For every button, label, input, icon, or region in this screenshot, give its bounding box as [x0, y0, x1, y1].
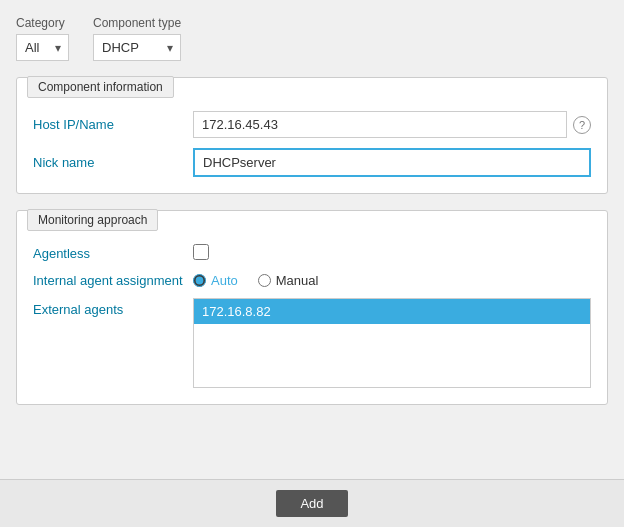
external-agents-list-group: 172.16.8.82	[193, 298, 591, 388]
nickname-label: Nick name	[33, 155, 193, 170]
category-group: Category All	[16, 16, 69, 61]
nickname-input-group	[193, 148, 591, 177]
host-row: Host IP/Name ?	[33, 111, 591, 138]
agentless-checkbox-group	[193, 244, 591, 263]
help-icon[interactable]: ?	[573, 116, 591, 134]
agent-item-0[interactable]: 172.16.8.82	[194, 299, 590, 324]
internal-agent-label: Internal agent assignment	[33, 273, 193, 288]
manual-radio-label: Manual	[276, 273, 319, 288]
component-type-group: Component type DHCP	[93, 16, 181, 61]
external-agents-row: External agents 172.16.8.82	[33, 298, 591, 388]
agentless-label: Agentless	[33, 246, 193, 261]
external-agents-list[interactable]: 172.16.8.82	[193, 298, 591, 388]
category-label: Category	[16, 16, 69, 30]
nickname-row: Nick name	[33, 148, 591, 177]
internal-agent-row: Internal agent assignment Auto Manual	[33, 273, 591, 288]
host-input[interactable]	[193, 111, 567, 138]
auto-radio-item[interactable]: Auto	[193, 273, 238, 288]
host-input-group: ?	[193, 111, 591, 138]
monitoring-approach-section: Monitoring approach Agentless Internal a…	[16, 210, 608, 405]
manual-radio-item[interactable]: Manual	[258, 273, 319, 288]
component-information-section: Component information Host IP/Name ? Nic…	[16, 77, 608, 194]
category-select[interactable]: All	[16, 34, 69, 61]
external-agents-label: External agents	[33, 298, 193, 317]
auto-radio[interactable]	[193, 274, 206, 287]
agentless-checkbox[interactable]	[193, 244, 209, 260]
add-button[interactable]: Add	[276, 490, 347, 517]
host-label: Host IP/Name	[33, 117, 193, 132]
auto-radio-label: Auto	[211, 273, 238, 288]
monitoring-approach-title: Monitoring approach	[27, 209, 158, 231]
agentless-row: Agentless	[33, 244, 591, 263]
component-type-select-wrapper[interactable]: DHCP	[93, 34, 181, 61]
internal-agent-radio-group: Auto Manual	[193, 273, 591, 288]
nickname-input[interactable]	[193, 148, 591, 177]
component-type-select[interactable]: DHCP	[93, 34, 181, 61]
category-select-wrapper[interactable]: All	[16, 34, 69, 61]
bottom-bar: Add	[0, 479, 624, 527]
component-information-title: Component information	[27, 76, 174, 98]
component-type-label: Component type	[93, 16, 181, 30]
manual-radio[interactable]	[258, 274, 271, 287]
